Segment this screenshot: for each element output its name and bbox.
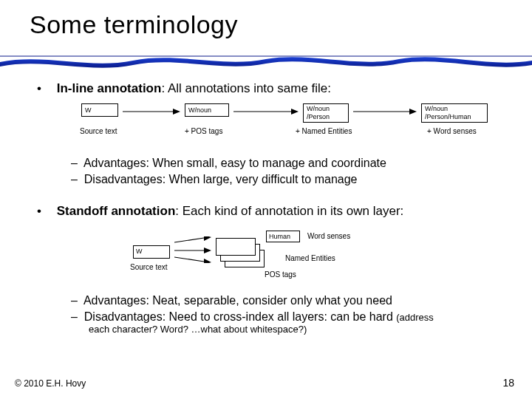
arrow-icon <box>174 256 211 263</box>
label-named-entities: Named Entities <box>285 254 335 262</box>
box-sense: W/noun /Person/Human <box>421 103 488 123</box>
standoff-dis-tail: (address <box>396 312 434 323</box>
label-pos-tags: POS tags <box>265 270 296 279</box>
bullet-inline-label: In-line annotation <box>57 81 162 95</box>
title-underline-art <box>0 49 532 71</box>
svg-marker-12 <box>204 259 211 263</box>
svg-line-11 <box>174 257 204 262</box>
standoff-dis-line2: each character? Word? …what about whites… <box>89 324 502 335</box>
caption-sense: + Word senses <box>427 127 477 135</box>
standoff-source-box: W <box>133 245 170 259</box>
slide: Some terminology • In-line annotation: A… <box>0 0 532 399</box>
svg-marker-4 <box>291 109 299 115</box>
standoff-source-caption: Source text <box>130 263 168 271</box>
box-pos: W/noun <box>185 103 229 117</box>
footer-copyright: © 2010 E.H. Hovy <box>15 378 86 389</box>
bullet-standoff-label: Standoff annotation <box>57 204 176 218</box>
inline-adv-text: Advantages: When small, easy to manage a… <box>83 157 386 169</box>
svg-marker-8 <box>204 236 211 241</box>
footer-page-number: 18 <box>502 377 514 389</box>
diagram-inline: W W/noun W/noun /Person W/noun /Person/H… <box>81 102 510 154</box>
slide-body: • In-line annotation: All annotations in… <box>37 74 502 335</box>
arrow-icon <box>353 109 417 115</box>
svg-line-7 <box>174 238 204 242</box>
box-source: W <box>81 103 118 117</box>
inline-dis-text: Disadvantages: When large, very difficul… <box>84 173 358 185</box>
slide-title: Some terminology <box>30 10 238 39</box>
arrow-icon <box>233 109 299 115</box>
arrow-icon <box>174 236 211 244</box>
inline-advantages: – Advantages: When small, easy to manage… <box>71 157 502 170</box>
inline-disadvantages: – Disadvantages: When large, very diffic… <box>71 173 502 186</box>
bullet-standoff-desc: : Each kind of annotation in its own lay… <box>175 204 403 218</box>
bullet-inline-desc: : All annotations into same file: <box>161 81 331 95</box>
svg-marker-10 <box>204 248 211 253</box>
standoff-adv-text: Advantages: Neat, separable, consider on… <box>83 294 392 307</box>
caption-ne: + Named Entities <box>296 127 352 135</box>
svg-marker-6 <box>409 109 417 115</box>
svg-marker-2 <box>173 109 180 115</box>
layer-box-human: Human <box>266 231 300 242</box>
bullet-standoff: • Standoff annotation: Each kind of anno… <box>37 204 502 219</box>
arrow-icon <box>174 247 211 254</box>
layer-box-front <box>216 238 256 256</box>
bullet-inline: • In-line annotation: All annotations in… <box>37 81 502 96</box>
label-word-senses: Word senses <box>307 232 350 240</box>
diagram-standoff: W Source text Human Word senses <box>133 225 458 291</box>
arrow-icon <box>123 109 180 115</box>
caption-pos: + POS tags <box>185 127 222 135</box>
box-ne: W/noun /Person <box>303 103 349 123</box>
standoff-disadvantages: – Disadvantages: Need to cross-index all… <box>71 310 502 324</box>
standoff-advantages: – Advantages: Neat, separable, consider … <box>71 294 502 307</box>
caption-source: Source text <box>80 127 117 135</box>
standoff-dis-text: Disadvantages: Need to cross-index all l… <box>84 310 393 323</box>
